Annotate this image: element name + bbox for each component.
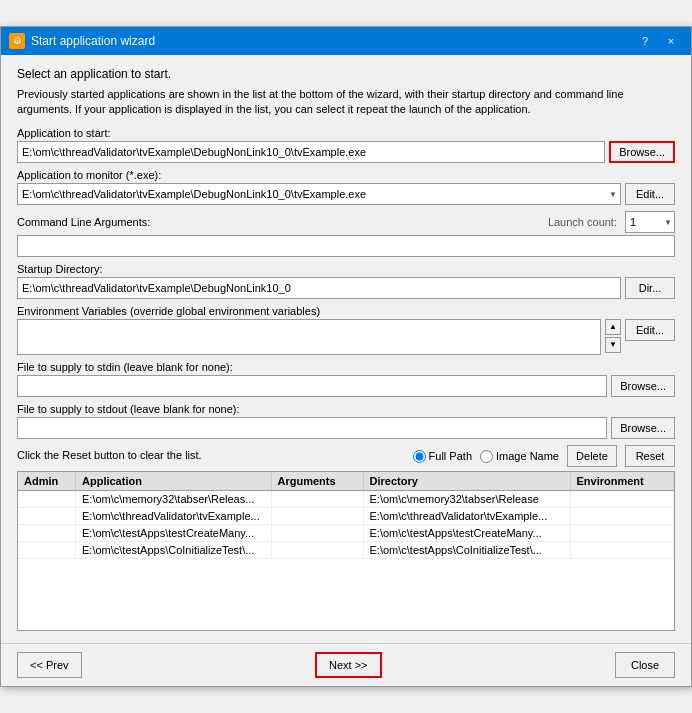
table-row[interactable]: E:\om\c\memory32\tabser\Releas... E:\om\… <box>18 491 674 508</box>
stdout-group: File to supply to stdout (leave blank fo… <box>17 403 675 439</box>
title-bar-controls: ? × <box>633 31 683 51</box>
list-controls: Click the Reset button to clear the list… <box>17 445 675 467</box>
col-header-environment: Environment <box>570 472 674 491</box>
cell-arguments <box>271 508 363 525</box>
cell-application: E:\om\c\threadValidator\tvExample... <box>76 508 272 525</box>
cmdline-args-label: Command Line Arguments: <box>17 216 150 228</box>
env-spinner-up[interactable]: ▲ <box>605 319 621 335</box>
help-button[interactable]: ? <box>633 31 657 51</box>
reset-hint: Click the Reset button to clear the list… <box>17 449 202 461</box>
startup-dir-input[interactable] <box>17 277 621 299</box>
radio-fullpath[interactable] <box>413 450 426 463</box>
app-to-monitor-group: Application to monitor (*.exe): E:\om\c\… <box>17 169 675 205</box>
launch-count-label: Launch count: <box>548 216 617 228</box>
app-to-monitor-label: Application to monitor (*.exe): <box>17 169 675 181</box>
cell-directory: E:\om\c\testApps\testCreateMany... <box>363 525 570 542</box>
env-vars-label: Environment Variables (override global e… <box>17 305 675 317</box>
table-row[interactable]: E:\om\c\testApps\testCreateMany... E:\om… <box>18 525 674 542</box>
cell-admin <box>18 508 76 525</box>
radio-fullpath-option: Full Path <box>413 450 472 463</box>
window-title: Start application wizard <box>31 34 155 48</box>
footer-close-button[interactable]: Close <box>615 652 675 678</box>
app-to-monitor-select[interactable]: E:\om\c\threadValidator\tvExample\DebugN… <box>17 183 621 205</box>
cell-environment <box>570 508 674 525</box>
app-to-start-label: Application to start: <box>17 127 675 139</box>
table-row[interactable]: E:\om\c\threadValidator\tvExample... E:\… <box>18 508 674 525</box>
cell-arguments <box>271 525 363 542</box>
table-body: E:\om\c\memory32\tabser\Releas... E:\om\… <box>18 491 674 559</box>
radio-imagename[interactable] <box>480 450 493 463</box>
cell-application: E:\om\c\testApps\testCreateMany... <box>76 525 272 542</box>
stdout-row: Browse... <box>17 417 675 439</box>
stdout-input[interactable] <box>17 417 607 439</box>
launch-count-select[interactable]: 1 <box>625 211 675 233</box>
stdout-label: File to supply to stdout (leave blank fo… <box>17 403 675 415</box>
col-header-arguments: Arguments <box>271 472 363 491</box>
app-to-start-group: Application to start: Browse... <box>17 127 675 163</box>
cmdline-group: Command Line Arguments: Launch count: 1 <box>17 211 675 257</box>
startup-dir-row: Dir... <box>17 277 675 299</box>
cell-environment <box>570 542 674 559</box>
env-vars-group: Environment Variables (override global e… <box>17 305 675 355</box>
startup-dir-group: Startup Directory: Dir... <box>17 263 675 299</box>
browse-app-button[interactable]: Browse... <box>609 141 675 163</box>
stdin-browse-button[interactable]: Browse... <box>611 375 675 397</box>
cell-environment <box>570 525 674 542</box>
stdin-group: File to supply to stdin (leave blank for… <box>17 361 675 397</box>
env-vars-textarea[interactable] <box>17 319 601 355</box>
delete-button[interactable]: Delete <box>567 445 617 467</box>
cell-admin <box>18 525 76 542</box>
cell-admin <box>18 542 76 559</box>
cell-directory: E:\om\c\threadValidator\tvExample... <box>363 508 570 525</box>
wizard-window: ⚙ Start application wizard ? × Select an… <box>0 26 692 688</box>
cmdline-input[interactable] <box>17 235 675 257</box>
content-area: Select an application to start. Previous… <box>1 55 691 644</box>
app-icon: ⚙ <box>9 33 25 49</box>
cell-environment <box>570 491 674 508</box>
dir-button[interactable]: Dir... <box>625 277 675 299</box>
launch-count-wrapper: 1 <box>625 211 675 233</box>
prev-button[interactable]: << Prev <box>17 652 82 678</box>
title-bar-left: ⚙ Start application wizard <box>9 33 155 49</box>
cell-directory: E:\om\c\testApps\CoInitializeTest\... <box>363 542 570 559</box>
col-header-admin: Admin <box>18 472 76 491</box>
app-to-start-input[interactable] <box>17 141 605 163</box>
env-spinner-down[interactable]: ▼ <box>605 337 621 353</box>
app-to-start-row: Browse... <box>17 141 675 163</box>
cell-directory: E:\om\c\memory32\tabser\Release <box>363 491 570 508</box>
next-button[interactable]: Next >> <box>315 652 382 678</box>
cell-application: E:\om\c\memory32\tabser\Releas... <box>76 491 272 508</box>
env-edit-button[interactable]: Edit... <box>625 319 675 341</box>
table-header: Admin Application Arguments Directory En… <box>18 472 674 491</box>
cmdline-input-row <box>17 235 675 257</box>
app-list-table: Admin Application Arguments Directory En… <box>18 472 674 559</box>
radio-imagename-option: Image Name <box>480 450 559 463</box>
app-to-monitor-select-wrapper: E:\om\c\threadValidator\tvExample\DebugN… <box>17 183 621 205</box>
col-header-application: Application <box>76 472 272 491</box>
stdin-row: Browse... <box>17 375 675 397</box>
app-to-monitor-row: E:\om\c\threadValidator\tvExample\DebugN… <box>17 183 675 205</box>
env-spinner-group: ▲ ▼ <box>605 319 621 353</box>
reset-button[interactable]: Reset <box>625 445 675 467</box>
radio-imagename-label: Image Name <box>496 450 559 462</box>
edit-monitor-button[interactable]: Edit... <box>625 183 675 205</box>
col-header-directory: Directory <box>363 472 570 491</box>
cell-application: E:\om\c\testApps\CoInitializeTest\... <box>76 542 272 559</box>
cell-arguments <box>271 491 363 508</box>
cell-arguments <box>271 542 363 559</box>
startup-dir-label: Startup Directory: <box>17 263 675 275</box>
stdin-input[interactable] <box>17 375 607 397</box>
cell-admin <box>18 491 76 508</box>
cmdline-label-row: Command Line Arguments: Launch count: 1 <box>17 211 675 233</box>
radio-fullpath-label: Full Path <box>429 450 472 462</box>
close-button[interactable]: × <box>659 31 683 51</box>
description-detail: Previously started applications are show… <box>17 87 675 118</box>
description-text: Select an application to start. <box>17 67 675 81</box>
stdin-label: File to supply to stdin (leave blank for… <box>17 361 675 373</box>
stdout-browse-button[interactable]: Browse... <box>611 417 675 439</box>
env-vars-row: ▲ ▼ Edit... <box>17 319 675 355</box>
footer: << Prev Next >> Close <box>1 643 691 686</box>
table-row[interactable]: E:\om\c\testApps\CoInitializeTest\... E:… <box>18 542 674 559</box>
title-bar: ⚙ Start application wizard ? × <box>1 27 691 55</box>
list-options-row: Full Path Image Name Delete Reset <box>413 445 675 467</box>
